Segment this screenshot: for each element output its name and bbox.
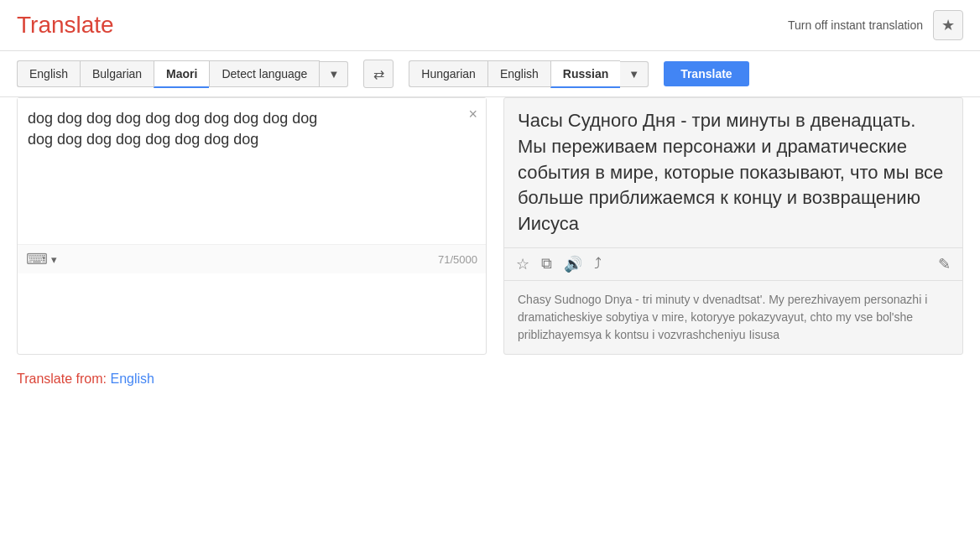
header: Translate Turn off instant translation ★ bbox=[0, 0, 980, 51]
source-lang-dropdown[interactable]: ▼ bbox=[320, 61, 348, 87]
translate-from-bar: Translate from: English bbox=[0, 372, 980, 387]
listen-result-button[interactable]: 🔊 bbox=[564, 255, 582, 273]
source-textarea[interactable]: dog dog dog dog dog dog dog dog dog dog … bbox=[18, 98, 486, 241]
source-lang-detect[interactable]: Detect language bbox=[209, 60, 320, 87]
star-icon: ★ bbox=[941, 16, 955, 34]
keyboard-icon: ⌨ bbox=[26, 250, 48, 268]
swap-languages-button[interactable]: ⇄ bbox=[363, 60, 394, 88]
result-actions-left: ☆ ⧉ 🔊 ⤴ bbox=[516, 255, 602, 273]
source-lang-tabs: English Bulgarian Maori Detect language … bbox=[17, 60, 348, 88]
edit-result-button[interactable]: ✎ bbox=[938, 255, 951, 273]
target-lang-russian[interactable]: Russian bbox=[550, 60, 620, 88]
share-result-button[interactable]: ⤴ bbox=[594, 255, 602, 273]
edit-icon: ✎ bbox=[938, 256, 951, 273]
source-lang-english[interactable]: English bbox=[17, 60, 80, 87]
copy-result-button[interactable]: ⧉ bbox=[541, 255, 552, 273]
keyboard-button[interactable]: ⌨ ▾ bbox=[26, 250, 57, 268]
main-area: dog dog dog dog dog dog dog dog dog dog … bbox=[0, 97, 980, 372]
copy-icon: ⧉ bbox=[541, 255, 552, 272]
favorite-result-button[interactable]: ☆ bbox=[516, 255, 529, 273]
star-favorites-button[interactable]: ★ bbox=[933, 10, 963, 40]
instant-translation-button[interactable]: Turn off instant translation bbox=[788, 18, 923, 32]
translate-from-label: Translate from: bbox=[17, 372, 107, 386]
keyboard-dropdown-icon: ▾ bbox=[51, 253, 57, 266]
target-panel: Часы Судного Дня - три минуты в двенадца… bbox=[503, 97, 963, 355]
audio-icon: 🔊 bbox=[564, 256, 582, 273]
source-footer: ⌨ ▾ 71/5000 bbox=[18, 244, 486, 273]
star-result-icon: ☆ bbox=[516, 256, 529, 273]
target-lang-dropdown[interactable]: ▼ bbox=[620, 61, 649, 87]
language-bar: English Bulgarian Maori Detect language … bbox=[0, 51, 980, 97]
clear-source-button[interactable]: × bbox=[468, 107, 477, 122]
app-title: Translate bbox=[17, 12, 114, 39]
result-actions: ☆ ⧉ 🔊 ⤴ ✎ bbox=[504, 248, 962, 281]
source-lang-bulgarian[interactable]: Bulgarian bbox=[80, 60, 154, 87]
translate-button[interactable]: Translate bbox=[664, 61, 748, 86]
share-icon: ⤴ bbox=[594, 255, 602, 272]
char-count: 71/5000 bbox=[438, 253, 477, 266]
source-panel: dog dog dog dog dog dog dog dog dog dog … bbox=[17, 97, 487, 355]
header-right: Turn off instant translation ★ bbox=[788, 10, 963, 40]
swap-icon: ⇄ bbox=[373, 66, 384, 82]
source-lang-maori[interactable]: Maori bbox=[154, 60, 209, 88]
translation-result: Часы Судного Дня - три минуты в двенадца… bbox=[504, 98, 962, 248]
target-lang-english[interactable]: English bbox=[487, 60, 550, 87]
translate-from-lang[interactable]: English bbox=[110, 372, 154, 386]
target-lang-tabs: Hungarian English Russian ▼ bbox=[409, 60, 649, 88]
target-lang-hungarian[interactable]: Hungarian bbox=[409, 60, 487, 87]
transliteration: Chasy Sudnogo Dnya - tri minuty v dvenad… bbox=[504, 281, 962, 354]
